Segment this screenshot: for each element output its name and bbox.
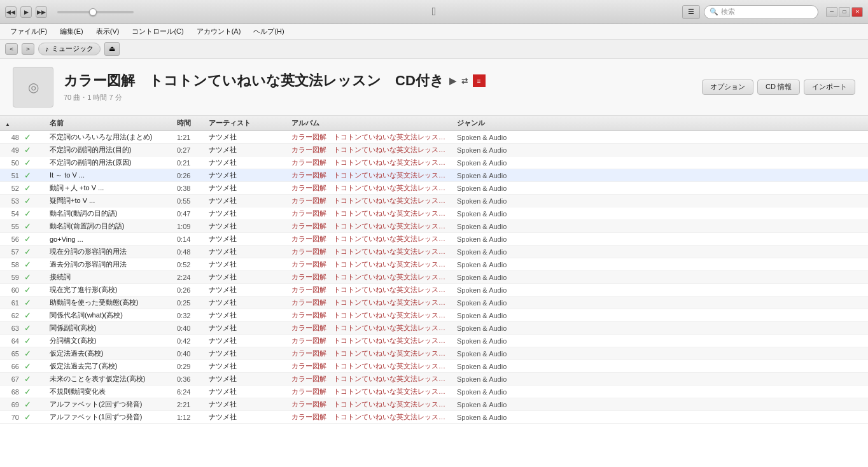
row-check[interactable]: ✓ <box>22 247 34 256</box>
table-row[interactable]: 52 ✓ 動詞＋人 +to V ... 0:38 ナツメ社 カラー図解 トコトン… <box>0 182 868 195</box>
table-row[interactable]: 61 ✓ 助動詞を使った受動態(高校) 0:25 ナツメ社 カラー図解 トコトン… <box>0 296 868 309</box>
row-album[interactable]: カラー図解 トコトンていねいな英文法レッスン CD付き <box>289 374 454 384</box>
cd-info-button[interactable]: CD 情報 <box>757 80 800 95</box>
option-button[interactable]: オプション <box>702 80 753 95</box>
row-check[interactable]: ✓ <box>22 221 34 231</box>
row-album[interactable]: カラー図解 トコトンていねいな英文法レッスン CD付き <box>289 247 454 256</box>
forward-button[interactable]: ＞ <box>22 43 34 55</box>
col-header-sort[interactable]: ▲ <box>3 120 22 127</box>
row-check[interactable]: ✓ <box>22 400 34 409</box>
row-album[interactable]: カラー図解 トコトンていねいな英文法レッスン CD付き <box>289 323 454 333</box>
row-check[interactable]: ✓ <box>22 209 34 218</box>
list-view-button[interactable]: ☰ <box>682 5 700 19</box>
table-row[interactable]: 50 ✓ 不定詞の副詞的用法(原因) 0:21 ナツメ社 カラー図解 トコトンて… <box>0 157 868 169</box>
row-album[interactable]: カラー図解 トコトンていねいな英文法レッスン CD付き <box>289 183 454 193</box>
album-play-icon[interactable]: ▶ <box>449 76 456 86</box>
row-album[interactable]: カラー図解 トコトンていねいな英文法レッスン CD付き <box>289 145 454 155</box>
progress-thumb[interactable] <box>89 8 97 16</box>
row-album[interactable]: カラー図解 トコトンていねいな英文法レッスン CD付き <box>289 400 454 409</box>
col-header-time[interactable]: 時間 <box>174 118 206 128</box>
row-album[interactable]: カラー図解 トコトンていねいな英文法レッスン CD付き <box>289 387 454 396</box>
row-album[interactable]: カラー図解 トコトンていねいな英文法レッスン CD付き <box>289 298 454 307</box>
table-row[interactable]: 66 ✓ 仮定法過去完了(高校) 0:29 ナツメ社 カラー図解 トコトンていね… <box>0 360 868 373</box>
row-album[interactable]: カラー図解 トコトンていねいな英文法レッスン CD付き <box>289 336 454 345</box>
row-check[interactable]: ✓ <box>22 272 34 282</box>
row-album[interactable]: カラー図解 トコトンていねいな英文法レッスン CD付き <box>289 349 454 358</box>
table-row[interactable]: 69 ✓ アルファベット(2回ずつ発音) 2:21 ナツメ社 カラー図解 トコト… <box>0 398 868 411</box>
row-album[interactable]: カラー図解 トコトンていねいな英文法レッスン CD付き <box>289 221 454 231</box>
table-row[interactable]: 68 ✓ 不規則動詞変化表 6:24 ナツメ社 カラー図解 トコトンていねいな英… <box>0 386 868 398</box>
table-row[interactable]: 59 ✓ 接続詞 2:24 ナツメ社 カラー図解 トコトンていねいな英文法レッス… <box>0 271 868 284</box>
table-row[interactable]: 53 ✓ 疑問詞+to V ... 0:55 ナツメ社 カラー図解 トコトンてい… <box>0 195 868 207</box>
table-row[interactable]: 58 ✓ 過去分詞の形容詞的用法 0:52 ナツメ社 カラー図解 トコトンていね… <box>0 258 868 271</box>
breadcrumb[interactable]: ♪ ミュージック <box>38 43 101 55</box>
row-check[interactable]: ✓ <box>22 234 34 244</box>
table-row[interactable]: 54 ✓ 動名詞(動詞の目的語) 0:47 ナツメ社 カラー図解 トコトンていね… <box>0 207 868 220</box>
row-album[interactable]: カラー図解 トコトンていねいな英文法レッスン CD付き <box>289 272 454 282</box>
row-check[interactable]: ✓ <box>22 412 34 422</box>
table-row[interactable]: 48 ✓ 不定詞のいろいろな用法(まとめ) 1:21 ナツメ社 カラー図解 トコ… <box>0 131 868 144</box>
album-special-icon[interactable]: ≡ <box>473 74 486 87</box>
row-album[interactable]: カラー図解 トコトンていねいな英文法レッスン CD付き <box>289 234 454 244</box>
track-table[interactable]: ▲ 名前 時間 アーティスト アルバム ジャンル 48 ✓ 不定詞のいろいろな用… <box>0 116 868 467</box>
table-row[interactable]: 60 ✓ 現在完了進行形(高校) 0:26 ナツメ社 カラー図解 トコトンていね… <box>0 284 868 296</box>
row-check[interactable]: ✓ <box>22 361 34 371</box>
eject-button[interactable]: ⏏ <box>104 42 120 56</box>
table-row[interactable]: 63 ✓ 関係副詞(高校) 0:40 ナツメ社 カラー図解 トコトンていねいな英… <box>0 322 868 335</box>
table-row[interactable]: 70 ✓ アルファベット(1回ずつ発音) 1:12 ナツメ社 カラー図解 トコト… <box>0 411 868 424</box>
col-header-name[interactable]: 名前 <box>47 118 174 128</box>
table-row[interactable]: 62 ✓ 関係代名詞(what)(高校) 0:32 ナツメ社 カラー図解 トコト… <box>0 309 868 322</box>
back-button[interactable]: ＜ <box>5 43 18 55</box>
search-box[interactable]: 🔍 検索 <box>704 5 818 19</box>
row-check[interactable]: ✓ <box>22 298 34 307</box>
menu-view[interactable]: 表示(V) <box>91 25 125 38</box>
album-shuffle-icon[interactable]: ⇄ <box>461 76 468 85</box>
row-check[interactable]: ✓ <box>22 145 34 155</box>
row-album[interactable]: カラー図解 トコトンていねいな英文法レッスン CD付き <box>289 285 454 295</box>
row-check[interactable]: ✓ <box>22 132 34 142</box>
menu-control[interactable]: コントロール(C) <box>127 25 188 38</box>
table-row[interactable]: 57 ✓ 現在分詞の形容詞的用法 0:48 ナツメ社 カラー図解 トコトンていね… <box>0 246 868 258</box>
table-row[interactable]: 65 ✓ 仮定法過去(高校) 0:40 ナツメ社 カラー図解 トコトンていねいな… <box>0 347 868 360</box>
row-album[interactable]: カラー図解 トコトンていねいな英文法レッスン CD付き <box>289 209 454 218</box>
row-check[interactable]: ✓ <box>22 171 34 180</box>
row-check[interactable]: ✓ <box>22 349 34 358</box>
row-check[interactable]: ✓ <box>22 196 34 206</box>
progress-track[interactable] <box>57 11 134 13</box>
row-check[interactable]: ✓ <box>22 387 34 396</box>
play-button[interactable]: ▶ <box>20 6 32 18</box>
row-album[interactable]: カラー図解 トコトンていねいな英文法レッスン CD付き <box>289 260 454 269</box>
row-album[interactable]: カラー図解 トコトンていねいな英文法レッスン CD付き <box>289 132 454 142</box>
table-row[interactable]: 56 ✓ go+Ving ... 0:14 ナツメ社 カラー図解 トコトンていね… <box>0 233 868 246</box>
row-album[interactable]: カラー図解 トコトンていねいな英文法レッスン CD付き <box>289 171 454 180</box>
row-check[interactable]: ✓ <box>22 158 34 167</box>
row-album[interactable]: カラー図解 トコトンていねいな英文法レッスン CD付き <box>289 361 454 371</box>
table-row[interactable]: 64 ✓ 分詞構文(高校) 0:42 ナツメ社 カラー図解 トコトンていねいな英… <box>0 335 868 347</box>
close-button[interactable]: ✕ <box>851 7 863 17</box>
col-header-album[interactable]: アルバム <box>289 118 454 128</box>
row-check[interactable]: ✓ <box>22 183 34 193</box>
col-header-artist[interactable]: アーティスト <box>206 118 289 128</box>
row-check[interactable]: ✓ <box>22 260 34 269</box>
row-album[interactable]: カラー図解 トコトンていねいな英文法レッスン CD付き <box>289 158 454 167</box>
row-check[interactable]: ✓ <box>22 285 34 295</box>
table-row[interactable]: 55 ✓ 動名詞(前置詞の目的語) 1:09 ナツメ社 カラー図解 トコトンてい… <box>0 220 868 233</box>
table-row[interactable]: 67 ✓ 未来のことを表す仮定法(高校) 0:36 ナツメ社 カラー図解 トコト… <box>0 373 868 386</box>
row-check[interactable]: ✓ <box>22 374 34 384</box>
menu-edit[interactable]: 編集(E) <box>55 25 88 38</box>
row-album[interactable]: カラー図解 トコトンていねいな英文法レッスン CD付き <box>289 196 454 206</box>
row-check[interactable]: ✓ <box>22 336 34 345</box>
menu-help[interactable]: ヘルプ(H) <box>248 25 289 38</box>
col-header-genre[interactable]: ジャンル <box>454 118 569 128</box>
row-check[interactable]: ✓ <box>22 310 34 320</box>
table-row[interactable]: 51 ✓ It ～ to V ... 0:26 ナツメ社 カラー図解 トコトンて… <box>0 169 868 182</box>
maximize-button[interactable]: □ <box>839 7 850 17</box>
import-button[interactable]: インポート <box>804 80 855 95</box>
next-button[interactable]: ▶▶ <box>36 6 47 18</box>
menu-file[interactable]: ファイル(F) <box>5 25 52 38</box>
row-check[interactable]: ✓ <box>22 323 34 333</box>
row-album[interactable]: カラー図解 トコトンていねいな英文法レッスン CD付き <box>289 310 454 320</box>
menu-account[interactable]: アカウント(A) <box>192 25 246 38</box>
prev-button[interactable]: ◀◀ <box>5 6 17 18</box>
row-album[interactable]: カラー図解 トコトンていねいな英文法レッスン CD付き <box>289 412 454 422</box>
